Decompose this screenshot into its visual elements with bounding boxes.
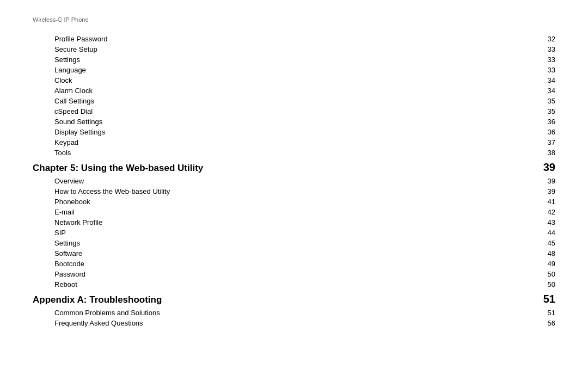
toc-row: SIP44 [33,228,555,238]
chapter5-page: 39 [534,161,555,174]
entry-page: 48 [539,249,555,258]
toc-row: Keypad37 [33,137,555,148]
toc-row: How to Access the Web-based Utility39 [33,186,555,197]
entry-label: Alarm Clock [54,87,93,95]
toc-row: Alarm Clock34 [33,85,555,96]
toc-row: Profile Password32 [33,34,555,44]
toc-row: Call Settings35 [33,96,555,106]
entry-page: 39 [539,187,555,195]
chapter5-label: Chapter 5: Using the Web-based Utility [33,163,203,174]
entry-page: 42 [539,208,555,216]
entry-page: 56 [539,319,555,327]
entry-label: Reboot [54,280,77,289]
entry-label: cSpeed Dial [54,107,93,115]
entry-label: Tools [54,149,71,157]
entry-label: Password [54,270,85,278]
toc-row: Overview39 [33,176,555,186]
entry-page: 41 [539,198,555,206]
entry-page: 36 [539,128,555,136]
toc-row: Language33 [33,65,555,75]
entry-label: Overview [54,177,84,185]
toc-row: Bootcode49 [33,259,555,269]
chapter5-entry: Chapter 5: Using the Web-based Utility 3… [33,158,555,176]
entry-label: How to Access the Web-based Utility [54,187,170,195]
toc-row: Tools38 [33,148,555,158]
entry-page: 33 [539,56,555,64]
toc-row: Password50 [33,269,555,279]
entry-label: Secure Setup [54,45,97,53]
entry-label: Settings [54,56,80,64]
entry-label: Call Settings [54,97,94,105]
toc-row: cSpeed Dial35 [33,106,555,117]
entry-label: Phonebook [54,198,90,206]
chapter5-items: Overview39How to Access the Web-based Ut… [33,176,555,290]
entry-label: Sound Settings [54,118,102,126]
entry-page: 35 [539,97,555,105]
toc-row: Display Settings36 [33,127,555,137]
entry-page: 38 [539,149,555,157]
entry-page: 37 [539,138,555,146]
toc-row: Clock34 [33,75,555,85]
page-container: Wireless-G IP Phone Profile Password32Se… [0,0,588,345]
toc-row: Reboot50 [33,279,555,290]
entry-label: Language [54,66,86,74]
entry-page: 34 [539,87,555,95]
entry-page: 50 [539,280,555,289]
entry-page: 43 [539,218,555,226]
appendixA-items: Common Problems and Solutions51Frequentl… [33,308,555,328]
entry-page: 33 [539,45,555,53]
toc-row: Secure Setup33 [33,44,555,54]
entry-label: Common Problems and Solutions [54,309,160,317]
toc-row: E-mail42 [33,207,555,217]
header-title: Wireless-G IP Phone [33,16,555,23]
toc-row: Network Profile43 [33,217,555,228]
entry-label: Network Profile [54,218,102,226]
entry-label: Display Settings [54,128,105,136]
toc-row: Settings45 [33,238,555,248]
entry-label: Profile Password [54,35,108,43]
entry-page: 45 [539,239,555,247]
entry-page: 49 [539,260,555,268]
toc-row: Phonebook41 [33,197,555,207]
entry-page: 33 [539,66,555,74]
entry-label: Software [54,249,82,258]
entry-page: 36 [539,118,555,126]
entry-page: 51 [539,309,555,317]
entry-page: 34 [539,76,555,84]
entry-page: 39 [539,177,555,185]
appendixA-label: Appendix A: Troubleshooting [33,295,162,305]
entry-page: 44 [539,229,555,237]
entry-page: 35 [539,107,555,115]
entry-label: Keypad [54,138,78,146]
entry-label: Settings [54,239,80,247]
toc-row: Common Problems and Solutions51 [33,308,555,318]
entry-label: Frequently Asked Questions [54,319,143,327]
entry-label: Bootcode [54,260,84,268]
entry-label: SIP [54,229,66,237]
pre-chapter5-items: Profile Password32Secure Setup33Settings… [33,34,555,158]
appendixA-page: 51 [534,293,555,305]
toc-row: Sound Settings36 [33,117,555,127]
entry-page: 32 [539,35,555,43]
toc-row: Software48 [33,248,555,259]
entry-label: E-mail [54,208,75,216]
toc-row: Frequently Asked Questions56 [33,318,555,328]
entry-page: 50 [539,270,555,278]
appendixA-entry: Appendix A: Troubleshooting 51 [33,290,555,308]
entry-label: Clock [54,76,72,84]
toc-row: Settings33 [33,54,555,65]
